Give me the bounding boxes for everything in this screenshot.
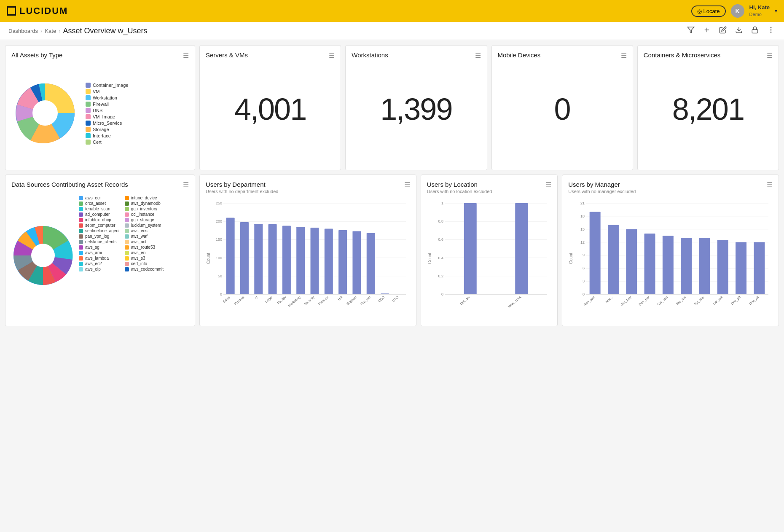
widget-title: Containers & Microservices — [644, 51, 721, 59]
widget-subtitle: Users with no manager excluded — [568, 189, 636, 194]
legend-item: VM — [86, 89, 128, 94]
svg-rect-106 — [754, 242, 765, 294]
download-button[interactable] — [734, 25, 744, 36]
widget-menu-icon[interactable]: ☰ — [621, 51, 627, 59]
chevron-down-icon[interactable]: ▾ — [775, 8, 777, 14]
svg-text:50: 50 — [218, 274, 222, 278]
svg-text:0: 0 — [583, 292, 585, 296]
filter-button[interactable] — [686, 25, 695, 36]
widget-menu-icon[interactable]: ☰ — [767, 51, 773, 59]
more-button[interactable] — [766, 25, 776, 36]
widget-data-sources: Data Sources Contributing Asset Records … — [5, 175, 195, 326]
dashboard-main: All Assets by Type ☰ — [0, 40, 784, 331]
locate-button[interactable]: ◎ Locate — [691, 5, 726, 17]
user-role: Demo — [749, 11, 770, 17]
legend-item: Cert — [86, 140, 128, 145]
svg-point-11 — [31, 244, 55, 267]
widget-header: Containers & Microservices ☰ — [644, 51, 773, 59]
workstations-count: 1,399 — [352, 63, 481, 156]
legend-item: aws_route53 — [125, 245, 166, 250]
user-name: Hi, Kate — [749, 4, 770, 11]
legend-item: aws_eni — [125, 250, 166, 255]
svg-rect-42 — [338, 230, 347, 294]
legend-item: lucidum_system — [125, 223, 166, 228]
svg-text:0.8: 0.8 — [438, 219, 443, 223]
svg-text:Marketing: Marketing — [287, 296, 301, 308]
widget-mobile-devices: Mobile Devices ☰ 0 — [491, 45, 633, 170]
legend-item: aws_ecs — [125, 228, 166, 233]
legend-item: sentinelone_agent — [79, 228, 120, 233]
widget-menu-icon[interactable]: ☰ — [475, 51, 481, 59]
svg-text:New...USA: New...USA — [507, 295, 522, 309]
svg-text:1: 1 — [441, 201, 443, 205]
manager-bar-chart: Count036912151821Rob_uzzMar...Jan_beyDan… — [568, 197, 773, 320]
widget-title: Mobile Devices — [498, 51, 541, 59]
legend-item: aws_lambda — [79, 256, 120, 261]
legend-item: Interface — [86, 133, 128, 138]
logo: LUCIDUM — [7, 5, 68, 16]
svg-text:CTO: CTO — [392, 296, 400, 303]
widget-menu-icon[interactable]: ☰ — [329, 51, 335, 59]
asset-type-legend: Container_Image VM Workstation Firewall … — [86, 83, 128, 145]
svg-rect-46 — [367, 233, 375, 294]
breadcrumb-current: Asset Overview w_Users — [63, 27, 148, 35]
legend-item: aws_acl — [125, 239, 166, 244]
svg-text:Col...ter: Col...ter — [459, 295, 471, 306]
legend-item: aws_s3 — [125, 256, 166, 261]
widget-menu-icon[interactable]: ☰ — [404, 181, 410, 189]
breadcrumb: Dashboards › Kate › Asset Overview w_Use… — [8, 27, 148, 35]
edit-button[interactable] — [718, 25, 728, 36]
legend-item: Container_Image — [86, 83, 128, 88]
location-bar-chart: Count00.20.40.60.81Col...terNew...USA — [427, 197, 551, 320]
widget-header: Users by Manager Users with no manager e… — [568, 181, 773, 194]
svg-rect-48 — [381, 293, 389, 294]
svg-point-9 — [32, 100, 58, 126]
svg-text:250: 250 — [216, 201, 222, 205]
legend-item: pan_vpn_log — [79, 234, 120, 239]
widget-title-group: Users by Manager Users with no manager e… — [568, 181, 636, 194]
svg-point-7 — [771, 32, 771, 33]
legend-item: netskope_clients — [79, 239, 120, 244]
manager-chart-svg: Count036912151821Rob_uzzMar...Jan_beyDan… — [568, 197, 773, 320]
widget-users-manager: Users by Manager Users with no manager e… — [562, 175, 779, 326]
legend-item: sepm_computer — [79, 223, 120, 228]
widget-header: Servers & VMs ☰ — [206, 51, 335, 59]
add-button[interactable] — [702, 25, 712, 36]
svg-rect-44 — [352, 231, 361, 294]
svg-rect-102 — [717, 240, 728, 294]
data-sources-legend: aws_ecr intune_device orca_asset aws_dyn… — [79, 196, 166, 271]
breadcrumb-kate[interactable]: Kate — [45, 28, 56, 34]
svg-marker-0 — [688, 27, 694, 33]
mobile-count: 0 — [498, 63, 627, 156]
breadcrumb-dashboards[interactable]: Dashboards — [8, 28, 38, 34]
svg-rect-68 — [515, 203, 528, 294]
svg-text:Finance: Finance — [317, 295, 329, 306]
svg-rect-26 — [226, 218, 235, 294]
widget-menu-icon[interactable]: ☰ — [183, 51, 189, 59]
widget-subtitle: Users with no location excluded — [427, 189, 492, 194]
svg-text:Cyr_son: Cyr_son — [657, 296, 669, 306]
pie-chart — [11, 79, 79, 148]
dept-chart-svg: Count050100150200250SalesProductITLegalF… — [206, 197, 410, 320]
svg-rect-104 — [736, 242, 746, 294]
svg-text:Mar...: Mar... — [605, 296, 614, 304]
svg-text:Dex_dff: Dex_dff — [730, 295, 742, 306]
svg-rect-4 — [752, 30, 758, 33]
widget-menu-icon[interactable]: ☰ — [767, 181, 773, 189]
widget-title: Servers & VMs — [206, 51, 248, 59]
svg-text:Support: Support — [346, 295, 357, 306]
svg-text:Don_alf: Don_alf — [749, 295, 760, 306]
widget-header: Data Sources Contributing Asset Records … — [11, 181, 189, 189]
widget-header: Workstations ☰ — [352, 51, 481, 59]
department-bar-chart: Count050100150200250SalesProductITLegalF… — [206, 197, 410, 320]
logo-text: LUCIDUM — [19, 5, 68, 16]
widget-menu-icon[interactable]: ☰ — [545, 181, 551, 189]
svg-text:3: 3 — [583, 279, 585, 283]
widget-menu-icon[interactable]: ☰ — [183, 181, 189, 189]
legend-item: aws_dynamodb — [125, 201, 166, 206]
lock-button[interactable] — [750, 25, 760, 36]
widget-header: Mobile Devices ☰ — [498, 51, 627, 59]
svg-text:Bre_ton: Bre_ton — [675, 296, 687, 306]
widget-title: Users by Department — [206, 181, 278, 188]
widget-title: Workstations — [352, 51, 388, 59]
